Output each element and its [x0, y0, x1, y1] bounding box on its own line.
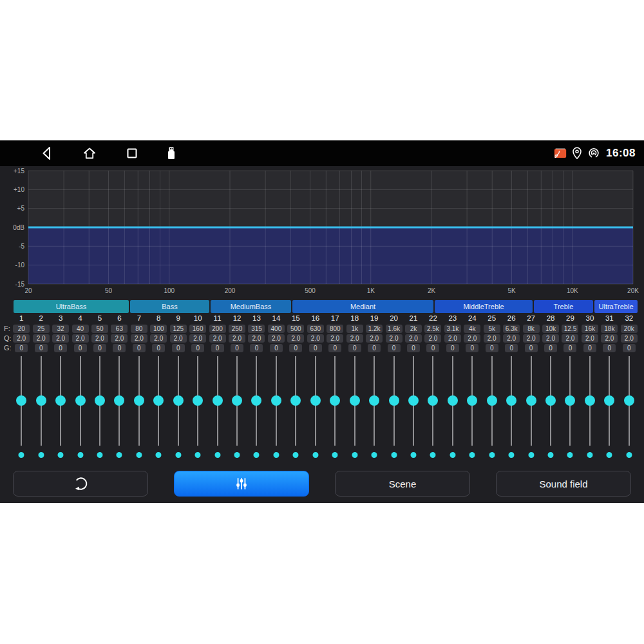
slider-knob[interactable]: [408, 395, 419, 406]
q-value-chip: 2.0: [13, 334, 30, 343]
gain-slider[interactable]: [541, 353, 560, 461]
gain-slider[interactable]: [207, 353, 227, 461]
slider-dot: [430, 452, 436, 458]
freq-value-chip: 2k: [405, 325, 422, 333]
q-value-chip: 2.0: [444, 334, 461, 343]
eq-channel-column: 255k2.00: [482, 313, 502, 461]
gain-slider[interactable]: [462, 353, 482, 461]
freq-value-chip: 400: [268, 325, 285, 333]
reset-button[interactable]: [13, 471, 148, 497]
q-value-chip: 2.0: [307, 334, 324, 343]
slider-knob[interactable]: [232, 395, 242, 406]
slider-knob[interactable]: [526, 395, 536, 406]
gain-slider[interactable]: [149, 353, 168, 461]
gain-slider[interactable]: [443, 353, 462, 461]
slider-knob[interactable]: [36, 395, 46, 406]
gain-slider[interactable]: [580, 353, 600, 461]
slider-knob[interactable]: [565, 395, 575, 406]
slider-knob[interactable]: [134, 395, 144, 406]
slider-knob[interactable]: [153, 395, 164, 406]
gain-slider[interactable]: [90, 353, 109, 461]
slider-knob[interactable]: [545, 395, 556, 406]
slider-knob[interactable]: [624, 395, 634, 406]
gain-slider[interactable]: [521, 353, 540, 461]
gain-slider[interactable]: [345, 353, 364, 461]
gain-slider[interactable]: [169, 353, 188, 461]
freq-value-chip: 18k: [601, 325, 618, 333]
slider-knob[interactable]: [213, 395, 223, 406]
eq-channel-column: 233.1k2.00: [443, 313, 462, 461]
gain-slider[interactable]: [384, 353, 403, 461]
gain-slider[interactable]: [423, 353, 442, 461]
freq-value-chip: 50: [91, 325, 108, 333]
channel-number: 13: [252, 313, 261, 324]
gain-slider[interactable]: [560, 353, 580, 461]
slider-knob[interactable]: [114, 395, 124, 406]
slider-dot: [19, 452, 24, 458]
gain-slider[interactable]: [482, 353, 502, 461]
q-value-chip: 2.0: [189, 334, 206, 343]
channel-number: 29: [566, 313, 574, 324]
slider-knob[interactable]: [428, 395, 438, 406]
svg-text:+10: +10: [14, 186, 24, 193]
eq-button[interactable]: [174, 471, 309, 497]
slider-knob[interactable]: [290, 395, 301, 406]
gain-slider[interactable]: [51, 353, 70, 461]
gain-slider[interactable]: [502, 353, 521, 461]
slider-knob[interactable]: [506, 395, 516, 406]
freq-value-chip: 10k: [542, 325, 559, 333]
gain-row-label: G:: [4, 343, 12, 353]
gain-slider[interactable]: [286, 353, 305, 461]
gain-value-chip: 0: [250, 344, 263, 352]
gain-slider[interactable]: [188, 353, 207, 461]
slider-knob[interactable]: [448, 395, 458, 406]
slider-knob[interactable]: [585, 395, 595, 406]
slider-knob[interactable]: [604, 395, 614, 406]
freq-value-chip: 12.5: [562, 325, 578, 333]
scene-button[interactable]: Scene: [335, 471, 470, 497]
status-icons: 16:08: [553, 140, 636, 166]
slider-knob[interactable]: [271, 395, 281, 406]
band-segment-ultratreble: UltraTreble: [594, 300, 638, 313]
sound-field-button[interactable]: Sound field: [496, 471, 631, 497]
gain-slider[interactable]: [267, 353, 286, 461]
gain-slider[interactable]: [12, 353, 31, 461]
slider-knob[interactable]: [350, 395, 360, 406]
slider-knob[interactable]: [193, 395, 203, 406]
slider-knob[interactable]: [75, 395, 86, 406]
slider-knob[interactable]: [369, 395, 379, 406]
gain-slider[interactable]: [109, 353, 129, 461]
slider-knob[interactable]: [330, 395, 340, 406]
slider-knob[interactable]: [467, 395, 477, 406]
q-value-chip: 2.0: [248, 334, 265, 343]
gain-slider[interactable]: [247, 353, 266, 461]
gain-slider[interactable]: [70, 353, 90, 461]
slider-knob[interactable]: [487, 395, 497, 406]
gain-slider[interactable]: [325, 353, 345, 461]
recents-icon[interactable]: [124, 146, 140, 161]
gain-slider[interactable]: [404, 353, 423, 461]
q-value-chip: 2.0: [562, 334, 578, 343]
channel-number: 16: [311, 313, 319, 324]
eq-channel-column: 7802.00: [129, 313, 149, 461]
slider-knob[interactable]: [389, 395, 399, 406]
slider-knob[interactable]: [16, 395, 26, 406]
gain-slider[interactable]: [31, 353, 50, 461]
gain-slider[interactable]: [620, 353, 639, 461]
gain-slider[interactable]: [365, 353, 384, 461]
gain-slider[interactable]: [600, 353, 619, 461]
gain-slider[interactable]: [306, 353, 325, 461]
slider-knob[interactable]: [55, 395, 66, 406]
slider-knob[interactable]: [173, 395, 184, 406]
channel-number: 31: [605, 313, 614, 324]
hotspot-icon: [587, 146, 601, 160]
slider-knob[interactable]: [251, 395, 261, 406]
slider-knob[interactable]: [95, 395, 105, 406]
gain-slider[interactable]: [129, 353, 149, 461]
gain-slider[interactable]: [227, 353, 247, 461]
home-icon[interactable]: [82, 146, 97, 161]
slider-knob[interactable]: [310, 395, 321, 406]
back-icon[interactable]: [39, 146, 55, 161]
q-value-chip: 2.0: [209, 334, 226, 343]
gain-value-chip: 0: [544, 344, 557, 352]
